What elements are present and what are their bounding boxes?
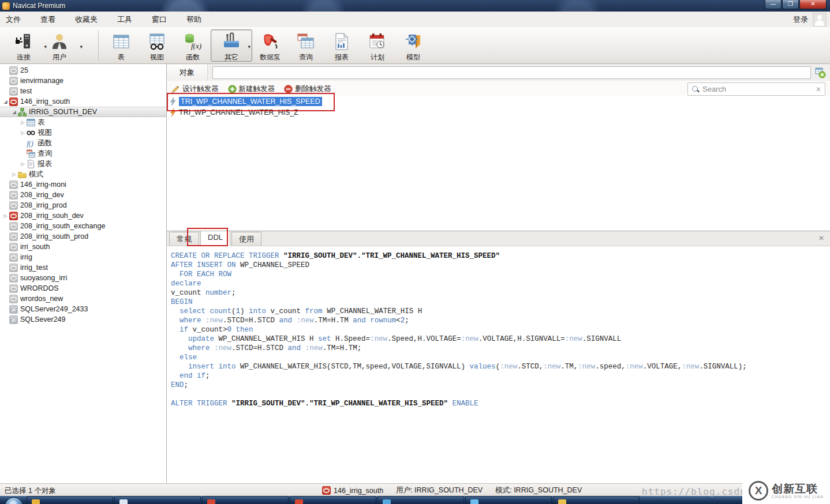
tree-item-146-irrig-south[interactable]: ◢146_irrig_south: [0, 96, 166, 107]
sql-line: select count(1) into v_count from WP_CHA…: [171, 307, 830, 316]
taskbar-button[interactable]: [114, 496, 201, 504]
object-path-bar[interactable]: [212, 66, 811, 79]
tree-item-208-irrig-dev[interactable]: 208_irrig_dev: [0, 190, 166, 200]
menu-item-3[interactable]: 工具: [110, 12, 139, 27]
function-icon: f(x): [184, 32, 202, 51]
tree-item-查询[interactable]: 查询: [0, 148, 166, 159]
新建触发器-button[interactable]: 新建触发器: [228, 84, 275, 94]
svg-text:f(x): f(x): [191, 42, 201, 50]
tree-collapsed-arrow-icon[interactable]: ▷: [19, 130, 27, 136]
sql-line: if v_count>0 then: [171, 325, 830, 334]
login-area[interactable]: 登录: [793, 13, 827, 27]
taskbar-button[interactable]: [465, 496, 552, 504]
taskbar-button[interactable]: [377, 496, 464, 504]
connection-gray-icon: [9, 180, 18, 189]
watermark-url: https://blog.csdn.: [642, 486, 752, 497]
search-input[interactable]: [701, 84, 812, 94]
search-box[interactable]: ✕: [687, 82, 825, 96]
ddl-sql-view[interactable]: CREATE OR REPLACE TRIGGER "IRRIG_SOUTH_D…: [167, 246, 830, 408]
tree-item-208-irrig-prod[interactable]: 208_irrig_prod: [0, 200, 166, 210]
toolbar-report-button[interactable]: 报表: [324, 29, 360, 62]
trigger-row-tri-wp-channel-water-his-z[interactable]: TRI_WP_CHANNEL_WATER_HIS_Z: [167, 107, 830, 118]
tree-item-label: suoyasong_irri: [20, 274, 67, 282]
tree-item-sqlsever249[interactable]: SQLSever249: [0, 314, 166, 325]
toolbar-function-button[interactable]: f(x)函数: [175, 29, 211, 62]
tree-item-208-irrig-south-prod[interactable]: 208_irrig_south_prod: [0, 231, 166, 242]
search-clear-icon[interactable]: ✕: [816, 85, 821, 93]
tree-item-label: test: [20, 87, 32, 95]
tree-item-test[interactable]: test: [0, 86, 166, 96]
trigger-row-tri-wp-channel-water-his-speed[interactable]: TRI_WP_CHANNEL_WATER_HIS_SPEED: [167, 96, 830, 107]
toolbar-model-button[interactable]: 模型: [395, 29, 431, 62]
taskbar-button[interactable]: [290, 496, 376, 504]
tree-item-146-irrig-moni[interactable]: 146_irrig-moni: [0, 179, 166, 190]
tree-item-sqlserver249-2433[interactable]: SQLServer249_2433: [0, 304, 166, 314]
sql-line: v_count number;: [171, 288, 830, 298]
tree-item-irri-south[interactable]: irri_south: [0, 242, 166, 252]
tree-item-ienvirmanage[interactable]: ienvirmanage: [0, 76, 166, 86]
chevron-down-icon[interactable]: ▾: [248, 44, 251, 50]
add-object-icon[interactable]: [814, 67, 826, 78]
设计触发器-button[interactable]: 设计触发器: [171, 84, 219, 94]
删除触发器-button[interactable]: 删除触发器: [284, 84, 331, 94]
tree-item-208-irrig-souh-dev[interactable]: ▷208_irrig_souh_dev: [0, 210, 166, 221]
taskbar-folder-app-icon: [558, 499, 566, 504]
toolbar-user-button[interactable]: 用户▾: [42, 29, 77, 62]
menu-item-2[interactable]: 收藏夹: [68, 12, 104, 27]
menu-item-5[interactable]: 帮助: [180, 12, 208, 27]
taskbar-button[interactable]: [202, 496, 289, 504]
sql-line: declare: [171, 279, 830, 288]
tab-objects[interactable]: 对象: [167, 65, 208, 81]
login-label[interactable]: 登录: [793, 14, 808, 25]
detail-tab-常规[interactable]: 常规: [169, 232, 199, 246]
chevron-down-icon[interactable]: ▾: [80, 44, 83, 50]
tree-collapsed-arrow-icon[interactable]: ▷: [19, 120, 27, 125]
tree-item-wrordos-new[interactable]: wrordos_new: [0, 294, 166, 304]
start-button[interactable]: [5, 497, 23, 504]
tree-collapsed-arrow-icon[interactable]: ▷: [10, 172, 18, 177]
toolbar-view-button[interactable]: 视图: [139, 29, 175, 62]
tree-item-irrig[interactable]: irrig: [0, 252, 166, 262]
tree-item-wrordos[interactable]: WRORDOS: [0, 283, 166, 294]
user-avatar-icon[interactable]: [813, 13, 827, 27]
tree-item-irrig-test[interactable]: irrig_test: [0, 262, 166, 273]
tree-item-表[interactable]: ▷表: [0, 117, 166, 127]
tree-item-模式[interactable]: ▷模式: [0, 169, 166, 179]
close-button[interactable]: ✕: [799, 0, 827, 9]
tree-item-函数[interactable]: f()函数: [0, 138, 166, 148]
tree-collapsed-arrow-icon[interactable]: ▷: [2, 213, 9, 219]
tree-expanded-arrow-icon[interactable]: ◢: [10, 110, 18, 115]
menu-item-4[interactable]: 窗口: [145, 12, 174, 27]
toolbar-schedule-button[interactable]: 计划: [360, 29, 395, 62]
toolbar-datapump-button[interactable]: 数据泵: [252, 29, 288, 62]
tree-collapsed-arrow-icon[interactable]: ▷: [19, 161, 27, 167]
trigger-list: TRI_WP_CHANNEL_WATER_HIS_SPEEDTRI_WP_CHA…: [167, 96, 830, 230]
tree-expanded-arrow-icon[interactable]: ◢: [2, 99, 9, 104]
tree-item-label: 208_irrig_south_prod: [20, 232, 88, 240]
toolbar-connection-button[interactable]: 连接▾: [6, 29, 42, 62]
toolbar-query-button[interactable]: 查询: [288, 29, 324, 62]
trigger-bolt-orange-icon: [169, 108, 177, 116]
tree-item-视图[interactable]: ▷视图: [0, 127, 166, 138]
menu-item-1[interactable]: 查看: [33, 12, 62, 27]
windows-taskbar: [0, 496, 830, 504]
sqlserver-icon: [9, 315, 18, 324]
detail-tab-使用[interactable]: 使用: [231, 232, 261, 246]
tree-item-irrig-south-dev[interactable]: ◢IRRIG_SOUTH_DEV: [0, 107, 166, 117]
restore-button[interactable]: ❐: [782, 0, 799, 9]
tree-item-25[interactable]: 25: [0, 65, 166, 76]
tree-item-报表[interactable]: ▷报表: [0, 159, 166, 169]
tree-item-208-irrig-south-exchange[interactable]: 208_irrig_south_exchange: [0, 221, 166, 231]
toolbar-others-button[interactable]: 其它▾: [211, 29, 252, 62]
toolbar-table-button[interactable]: 表: [103, 29, 139, 62]
trigger-name: TRI_WP_CHANNEL_WATER_HIS_Z: [179, 108, 298, 116]
tree-item-suoyasong-irri[interactable]: suoyasong_irri: [0, 273, 166, 283]
taskbar-button[interactable]: [553, 496, 640, 504]
minimize-button[interactable]: —: [765, 0, 782, 9]
menu-item-0[interactable]: 文件: [0, 12, 28, 27]
tree-item-label: 208_irrig_prod: [20, 201, 67, 209]
detail-tab-ddl[interactable]: DDL: [200, 231, 230, 246]
sql-line: CREATE OR REPLACE TRIGGER "IRRIG_SOUTH_D…: [171, 251, 830, 261]
detail-close-icon[interactable]: ✕: [818, 234, 824, 242]
taskbar-button[interactable]: [27, 496, 113, 504]
